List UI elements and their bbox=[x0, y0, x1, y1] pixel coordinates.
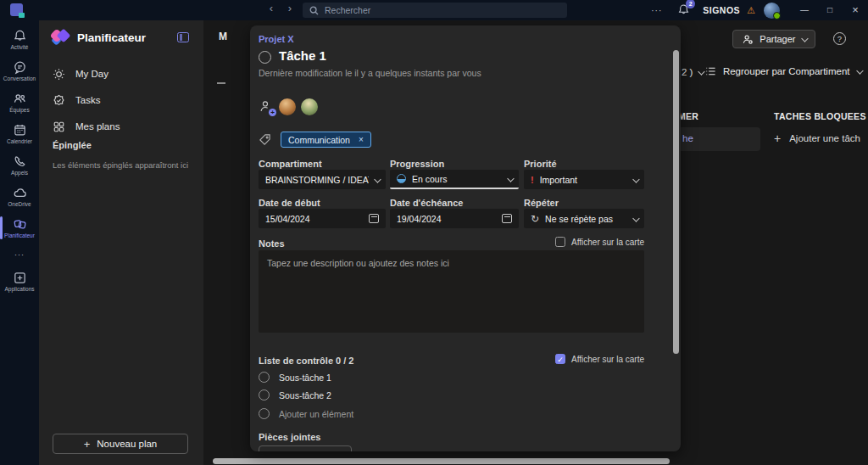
board-title-fragment: M bbox=[219, 31, 227, 42]
planner-logo-icon bbox=[51, 29, 70, 47]
rail-item-activity[interactable]: Activité bbox=[0, 24, 39, 55]
repeat-icon: ↻ bbox=[531, 214, 539, 224]
chevron-down-icon bbox=[856, 67, 863, 74]
notes-textarea[interactable]: Tapez une description ou ajoutez des not… bbox=[259, 250, 644, 333]
app-title: Planificateur bbox=[77, 31, 146, 44]
sidebar-item-tasks[interactable]: Tasks bbox=[39, 89, 203, 111]
forward-button[interactable]: › bbox=[283, 2, 297, 14]
group-by-control[interactable]: Regrouper par Compartiment bbox=[705, 66, 861, 76]
chevron-down-icon bbox=[632, 176, 639, 182]
chevron-down-icon bbox=[507, 175, 514, 182]
rail-item-planner[interactable]: Planificateur bbox=[0, 212, 39, 244]
rail-item-calls[interactable]: Appels bbox=[0, 149, 39, 181]
search-placeholder: Rechercher bbox=[325, 5, 370, 15]
group-by-icon bbox=[705, 66, 716, 76]
close-button[interactable]: × bbox=[843, 0, 868, 20]
phone-icon bbox=[13, 154, 27, 169]
person-icon bbox=[259, 99, 273, 114]
plan-link[interactable]: Projet X bbox=[259, 34, 294, 44]
priority-select[interactable]: ! Important bbox=[524, 170, 644, 189]
planner-icon bbox=[13, 217, 27, 232]
chevron-down-icon bbox=[698, 68, 705, 75]
share-button[interactable]: Partager bbox=[732, 30, 815, 48]
search-icon bbox=[309, 6, 319, 15]
due-date-input[interactable]: 19/04/2024 bbox=[390, 209, 519, 228]
rail-item-onedrive[interactable]: OneDrive bbox=[0, 181, 39, 212]
assign-person-button[interactable] bbox=[259, 99, 274, 115]
checkbox-checked-icon[interactable]: ✓ bbox=[555, 354, 565, 364]
collapse-pane-icon[interactable] bbox=[177, 32, 189, 42]
rail-item-teams[interactable]: Équipes bbox=[0, 87, 39, 118]
search-input[interactable]: Rechercher bbox=[303, 3, 567, 18]
checklist-show-on-card-checkbox[interactable]: ✓ Afficher sur la carte bbox=[555, 354, 644, 364]
start-date-input[interactable]: 15/04/2024 bbox=[259, 209, 386, 228]
progress-select[interactable]: En cours bbox=[390, 170, 519, 189]
account-name[interactable]: SIGNOS bbox=[703, 5, 740, 15]
assignee-avatar[interactable] bbox=[279, 98, 296, 115]
rail-item-calendar[interactable]: Calendrier bbox=[0, 118, 39, 149]
checklist-label: Liste de contrôle 0 / 2 bbox=[259, 356, 353, 366]
tag-icon bbox=[259, 133, 271, 146]
pinned-empty-text: Les éléments épinglés apparaîtront ici bbox=[53, 160, 188, 170]
plus-icon: + bbox=[84, 438, 91, 451]
task-complete-circle[interactable] bbox=[259, 51, 271, 64]
dialog-scrollbar[interactable] bbox=[673, 50, 679, 354]
progress-label: Progression bbox=[390, 159, 519, 169]
repeat-label: Répéter bbox=[524, 198, 644, 208]
task-title[interactable]: Tâche 1 bbox=[279, 48, 326, 63]
add-task-field-fragment[interactable]: he bbox=[678, 127, 760, 151]
sun-icon bbox=[53, 68, 65, 81]
chevron-down-icon bbox=[374, 176, 381, 182]
teams-window: ‹ › Rechercher ··· 2 SIGNOS ⚠ — □ × Acti… bbox=[0, 0, 868, 465]
board-dash-fragment bbox=[217, 82, 225, 84]
radio-unchecked-icon bbox=[259, 408, 270, 419]
cloud-icon bbox=[13, 186, 27, 200]
share-person-icon bbox=[742, 34, 754, 45]
calendar-icon bbox=[13, 123, 27, 137]
column-header-blocked-tasks: TACHES BLOQUEES bbox=[774, 111, 866, 121]
checklist-add-item[interactable]: Ajouter un élément bbox=[259, 408, 353, 419]
add-task-button[interactable]: + Ajouter une tâch bbox=[774, 132, 860, 145]
progress-in-progress-icon bbox=[397, 174, 406, 183]
notes-show-on-card-checkbox[interactable]: Afficher sur la carte bbox=[555, 237, 644, 247]
horizontal-scrollbar[interactable] bbox=[213, 458, 670, 464]
rail-item-chat[interactable]: Conversation bbox=[0, 55, 39, 87]
pinned-section-title: Épinglée bbox=[53, 140, 92, 150]
assignee-avatar[interactable] bbox=[301, 98, 318, 115]
radio-unchecked-icon[interactable] bbox=[259, 372, 270, 383]
help-icon[interactable]: ? bbox=[833, 32, 846, 45]
bell-icon bbox=[13, 29, 27, 43]
warning-icon[interactable]: ⚠ bbox=[747, 5, 755, 16]
task-check-icon bbox=[53, 94, 65, 107]
plus-icon: + bbox=[774, 132, 781, 145]
bucket-label: Compartiment bbox=[259, 159, 386, 169]
bucket-select[interactable]: BRAINSTORMING / IDEATI... bbox=[259, 170, 386, 189]
back-button[interactable]: ‹ bbox=[264, 2, 278, 14]
new-plan-button[interactable]: + Nouveau plan bbox=[53, 434, 188, 454]
checklist-item[interactable]: Sous-tâche 1 bbox=[259, 372, 331, 383]
notifications-icon[interactable]: 2 bbox=[677, 3, 691, 17]
teams-logo-icon bbox=[10, 3, 23, 16]
maximize-button[interactable]: □ bbox=[817, 0, 843, 20]
radio-unchecked-icon[interactable] bbox=[259, 389, 270, 401]
add-attachment-button[interactable] bbox=[259, 445, 352, 451]
sidebar-item-my-day[interactable]: My Day bbox=[39, 63, 203, 85]
checklist-item[interactable]: Sous-tâche 2 bbox=[259, 389, 331, 401]
minimize-button[interactable]: — bbox=[792, 0, 817, 20]
user-avatar[interactable] bbox=[764, 3, 780, 19]
label-tag-communication[interactable]: Communication × bbox=[281, 132, 371, 148]
sidebar-item-my-plans[interactable]: Mes plans bbox=[39, 115, 203, 137]
more-options-icon[interactable]: ··· bbox=[651, 6, 662, 15]
calendar-icon bbox=[369, 214, 379, 223]
due-date-label: Date d'échéance bbox=[390, 198, 519, 208]
task-detail-dialog: Projet X Tâche 1 Dernière modification l… bbox=[250, 25, 681, 451]
app-rail: Activité Conversation Équipes Calendrier… bbox=[0, 20, 39, 465]
repeat-select[interactable]: ↻ Ne se répète pas bbox=[524, 209, 644, 228]
rail-item-apps[interactable]: Applications bbox=[0, 266, 39, 297]
remove-tag-icon[interactable]: × bbox=[359, 135, 364, 144]
notes-label: Notes bbox=[259, 238, 285, 249]
checkbox-unchecked-icon[interactable] bbox=[555, 237, 565, 247]
rail-more-apps[interactable]: ··· bbox=[0, 244, 39, 266]
grid-icon bbox=[53, 120, 65, 133]
calendar-icon bbox=[502, 214, 512, 223]
